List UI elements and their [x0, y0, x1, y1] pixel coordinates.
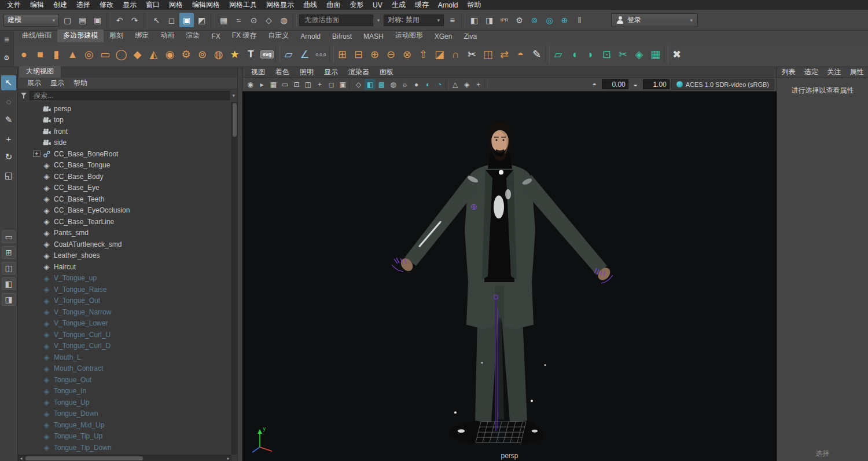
outliner-item[interactable]: ◈ Leather_shoes — [18, 250, 231, 262]
menu-set-selector[interactable]: 建模 ▾ — [3, 14, 59, 27]
boolean-union-icon[interactable]: ⊕ — [367, 45, 382, 64]
menu-item[interactable]: Arnold — [433, 1, 463, 9]
outliner-item[interactable]: ◈ Mouth_L — [18, 352, 231, 363]
layout-outliner-pane-icon[interactable]: ◧ — [2, 277, 16, 290]
film-gate-icon[interactable]: ▭ — [279, 79, 290, 90]
separator[interactable] — [144, 13, 148, 28]
gamma-icon[interactable]: ◒ — [630, 79, 641, 90]
select-button[interactable]: 选择 — [777, 449, 868, 459]
coordinates-icon[interactable]: 0,0,0 — [313, 45, 329, 64]
shelf-tab[interactable]: 曲线/曲面 — [16, 30, 57, 42]
planar-uv-icon[interactable]: ▱ — [550, 45, 566, 64]
lighting-icon[interactable]: ☼ — [399, 79, 410, 90]
boolean-difference-icon[interactable]: ⊖ — [383, 45, 399, 64]
expand-toggle-icon[interactable] — [33, 128, 41, 134]
light-editor-icon[interactable]: ◎ — [542, 13, 557, 27]
construction-plane-icon[interactable]: ▱ — [281, 45, 296, 64]
poly-pipe-icon[interactable]: ◉ — [162, 45, 178, 64]
attribute-editor-menu-item[interactable]: 列表 — [782, 67, 796, 77]
menu-item[interactable]: 修改 — [95, 0, 118, 10]
viewport-menu-item[interactable]: 着色 — [270, 67, 295, 77]
menu-item[interactable]: 网格工具 — [225, 0, 262, 10]
outliner-item[interactable]: + ◈ CC_Base_BoneRoot — [18, 148, 231, 160]
shelf-tab-list-icon[interactable]: ≣ — [2, 35, 12, 45]
outliner-item[interactable]: ◈ Tongue_Up — [18, 397, 231, 408]
cylindrical-uv-icon[interactable]: ◖ — [567, 45, 582, 64]
render-frame-icon[interactable]: ◧ — [467, 13, 481, 27]
outliner-item[interactable]: ◈ CoatATurtleneck_smd — [18, 239, 231, 250]
expand-toggle-icon[interactable] — [33, 433, 41, 440]
exposure-icon[interactable]: ◓ — [589, 79, 600, 90]
shelf-tab[interactable]: Bifrost — [326, 31, 358, 42]
quad-draw-icon[interactable]: ✎ — [529, 45, 545, 64]
separator[interactable] — [461, 13, 465, 28]
wireframe-icon[interactable]: ◇ — [353, 79, 364, 90]
outliner-item[interactable]: ◈ CC_Base_Teeth — [18, 193, 231, 205]
expand-toggle-icon[interactable] — [33, 207, 41, 214]
shelf-tab[interactable]: FX — [205, 31, 226, 42]
outliner-item[interactable]: ◈ CC_Base_TearLine — [18, 216, 231, 228]
shelf-tab[interactable]: XGen — [429, 31, 458, 42]
menu-item[interactable]: 网格 — [164, 0, 187, 10]
snap-to-curve-icon[interactable]: ≈ — [231, 13, 246, 27]
shelf-tab[interactable]: Ziva — [458, 31, 483, 42]
login-button[interactable]: 登录 ▾ — [611, 13, 698, 27]
search-input[interactable] — [30, 91, 230, 100]
separator[interactable] — [545, 46, 550, 63]
outliner-item[interactable]: ◈ CC_Base_Body — [18, 171, 231, 182]
expand-toggle-icon[interactable] — [33, 105, 41, 112]
poly-cube-icon[interactable]: ■ — [32, 45, 48, 64]
expand-toggle-icon[interactable] — [33, 185, 41, 191]
expand-toggle-icon[interactable] — [33, 376, 41, 383]
menu-item[interactable]: 变形 — [345, 0, 368, 10]
separate-icon[interactable]: ⊟ — [351, 45, 366, 64]
svg-tool-icon[interactable]: svg — [259, 45, 275, 64]
outliner-item[interactable]: ◈ CC_Base_Eye — [18, 182, 231, 194]
bookmark-icon[interactable]: ▸ — [256, 79, 267, 90]
pause-icon[interactable]: ‖ — [572, 13, 587, 27]
move-tool-icon[interactable]: + — [1, 131, 16, 146]
viewport-menu-item[interactable]: 面板 — [374, 67, 399, 77]
expand-toggle-icon[interactable] — [33, 444, 41, 451]
expand-toggle-icon[interactable] — [33, 253, 41, 259]
outliner-item[interactable]: ◈ Tongue_In — [18, 386, 231, 397]
expand-toggle-icon[interactable] — [33, 309, 41, 315]
separator[interactable] — [446, 79, 449, 90]
outliner-item[interactable]: ◈ Tongue_Tip_Up — [18, 431, 231, 442]
poly-superellipse-icon[interactable]: ◍ — [211, 45, 226, 64]
separator[interactable] — [349, 79, 352, 90]
render-view-icon[interactable]: ⊚ — [527, 13, 542, 27]
poly-disc-icon[interactable]: ◯ — [113, 45, 129, 64]
outliner-item[interactable]: ◈ V_Tongue_Curl_D — [18, 341, 231, 352]
extrude-icon[interactable]: ⇧ — [415, 45, 431, 64]
outliner-item[interactable]: ◈ V_Tongue_up — [18, 273, 231, 284]
paint-select-tool-icon[interactable]: ✎ — [1, 112, 16, 127]
isolate-select-icon[interactable]: △ — [450, 79, 461, 90]
attribute-editor-menu-item[interactable]: 关注 — [827, 67, 841, 77]
ipr-render-icon[interactable]: ◨ — [482, 13, 496, 27]
snap-to-grid-icon[interactable]: ▦ — [216, 13, 231, 27]
ambient-occlusion-icon[interactable]: ◐ — [422, 79, 433, 90]
outliner-menu-item[interactable]: 显示 — [46, 78, 69, 88]
expand-toggle-icon[interactable] — [33, 140, 41, 146]
separator[interactable] — [664, 46, 668, 63]
outliner-item[interactable]: ◈ persp — [18, 103, 231, 115]
viewport-menu-item[interactable]: 照明 — [295, 67, 319, 77]
outliner-tab[interactable]: 大纲视图 — [19, 66, 61, 78]
menu-item[interactable]: 生成 — [387, 0, 410, 10]
outliner-menu-item[interactable]: 帮助 — [69, 78, 92, 88]
outliner-menu-item[interactable]: 展示 — [23, 78, 46, 88]
select-tool-icon[interactable]: ↖ — [1, 75, 16, 90]
shelf-tab[interactable]: 雕刻 — [104, 30, 129, 42]
viewport-menu-item[interactable]: 视图 — [246, 67, 270, 77]
save-scene-icon[interactable]: ▣ — [90, 13, 105, 27]
camera-attributes-icon[interactable]: ◉ — [245, 79, 256, 90]
expand-toggle-icon[interactable] — [33, 218, 41, 225]
expand-toggle-icon[interactable] — [33, 399, 41, 405]
multi-cut-icon[interactable]: ✂ — [464, 45, 480, 64]
expand-toggle-icon[interactable] — [33, 365, 41, 372]
shadows-icon[interactable]: ● — [411, 79, 422, 90]
separator[interactable] — [329, 46, 334, 63]
symmetry-selector[interactable]: 对称: 禁用 ▾ — [384, 14, 444, 26]
viewport-menu-item[interactable]: 渲染器 — [343, 67, 374, 77]
